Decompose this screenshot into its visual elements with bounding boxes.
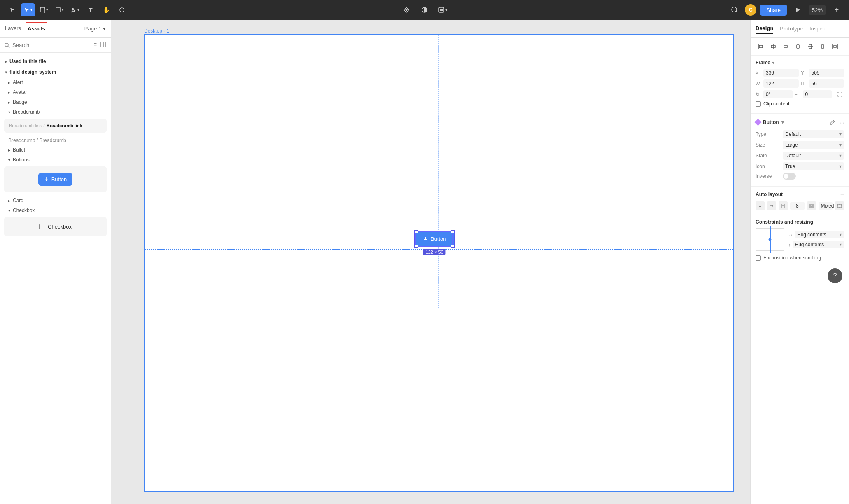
corner-field[interactable]: ⌐ 0 — [795, 90, 832, 98]
section-fluid-design-system[interactable]: ▾ fluid-design-system — [0, 67, 111, 77]
component-tool-btn[interactable] — [399, 3, 414, 16]
al-padding-icon[interactable] — [807, 201, 816, 210]
design-frame[interactable]: Button 122 × 56 — [144, 34, 734, 492]
al-padding-value[interactable]: Mixed — [819, 202, 833, 210]
type-select[interactable]: Default ▾ — [783, 130, 844, 138]
canvas-button-wrapper[interactable]: Button 122 × 56 — [415, 231, 454, 247]
multiplayer-tool-btn[interactable]: ▾ — [435, 3, 450, 16]
checkbox-preview[interactable]: Checkbox — [39, 224, 72, 230]
move-tool-btn[interactable] — [5, 3, 20, 16]
canvas-button-icon — [423, 236, 428, 242]
align-right-btn[interactable] — [780, 41, 791, 52]
zoom-level[interactable]: 52% — [809, 5, 826, 15]
tab-inspect[interactable]: Inspect — [809, 24, 827, 33]
corner-value[interactable]: 0 — [803, 90, 832, 98]
canvas-button[interactable]: Button 122 × 56 — [415, 231, 454, 247]
page-selector[interactable]: Page 1 ▾ — [84, 26, 106, 32]
constraints-section: Constraints and resizing ↔ Hug contents … — [751, 215, 849, 265]
al-gap-icon[interactable] — [779, 201, 788, 210]
align-center-h-btn[interactable] — [768, 41, 779, 52]
tab-prototype[interactable]: Prototype — [780, 24, 803, 33]
fluid-ds-label: fluid-design-system — [9, 69, 56, 75]
frame-tool-btn[interactable]: ▾ — [36, 3, 51, 16]
select-tool-btn[interactable]: ▾ — [21, 3, 35, 16]
share-button[interactable]: Share — [760, 5, 787, 16]
clip-content-checkbox[interactable] — [756, 101, 761, 107]
hug-h-arrow: ▾ — [840, 232, 842, 237]
align-bottom-btn[interactable] — [817, 41, 828, 52]
group-alert[interactable]: ▸ Alert — [0, 77, 111, 87]
align-center-v-btn[interactable] — [805, 41, 816, 52]
handle-top-right[interactable] — [451, 230, 454, 233]
inverse-toggle[interactable] — [783, 173, 796, 180]
breadcrumb-subitem[interactable]: Breadcrumb / Breadcrumb — [0, 136, 111, 145]
hug-h-select[interactable]: Hug contents ▾ — [795, 231, 844, 238]
play-btn[interactable] — [791, 3, 805, 16]
button-preview[interactable]: Button — [38, 173, 73, 186]
svg-point-10 — [72, 9, 73, 10]
fullscreen-icon[interactable] — [836, 90, 844, 98]
comment-tool-btn[interactable] — [114, 3, 129, 16]
search-input[interactable] — [12, 42, 91, 48]
state-select[interactable]: Default ▾ — [783, 152, 844, 160]
contrast-tool-btn[interactable] — [417, 3, 432, 16]
autolayout-controls: 8 Mixed — [756, 201, 844, 210]
xy-row: X 336 Y 505 — [756, 69, 844, 77]
al-direction-down[interactable] — [756, 201, 765, 210]
group-breadcrumb[interactable]: ▾ Breadcrumb — [0, 107, 111, 117]
align-top-btn[interactable] — [793, 41, 803, 52]
alert-label: Alert — [13, 79, 23, 85]
component-more-btn[interactable]: ··· — [840, 119, 844, 126]
handle-bottom-left[interactable] — [415, 245, 418, 248]
x-value[interactable]: 336 — [763, 69, 799, 77]
canvas-area[interactable]: Desktop - 1 Button 122 × 56 — [111, 20, 750, 504]
tab-design[interactable]: Design — [756, 23, 773, 34]
handle-bottom-right[interactable] — [451, 245, 454, 248]
group-buttons[interactable]: ▾ Buttons — [0, 155, 111, 165]
hand-tool-btn[interactable]: ✋ — [99, 3, 114, 16]
autolayout-remove-btn[interactable]: − — [840, 191, 844, 198]
add-btn[interactable]: + — [829, 3, 844, 16]
breadcrumb-path-label: Breadcrumb / Breadcrumb — [8, 138, 66, 143]
component-edit-btn[interactable] — [828, 118, 837, 127]
text-tool-btn[interactable]: T — [83, 3, 98, 16]
badge-label: Badge — [13, 99, 27, 105]
w-field[interactable]: W 122 — [756, 79, 799, 88]
align-left-btn[interactable] — [756, 41, 766, 52]
h-value[interactable]: 56 — [809, 79, 844, 88]
shape-tool-btn[interactable]: ▾ — [52, 3, 67, 16]
handle-top-left[interactable] — [415, 230, 418, 233]
tab-assets[interactable]: Assets — [28, 24, 45, 33]
breadcrumb-preview[interactable]: Breadcrumb link / Breadcrumb link — [4, 119, 107, 133]
component-dropdown-icon[interactable]: ▾ — [781, 120, 784, 125]
hug-v-select[interactable]: Hug contents ▾ — [793, 241, 844, 248]
group-bullet[interactable]: ▸ Bullet — [0, 145, 111, 155]
library-icon[interactable] — [100, 41, 107, 49]
al-more-icon[interactable] — [835, 201, 844, 210]
w-value[interactable]: 122 — [763, 79, 799, 88]
y-field[interactable]: Y 505 — [801, 69, 844, 77]
section-used-in-file[interactable]: ▸ Used in this file — [0, 56, 111, 67]
icon-row: Icon True ▾ — [756, 162, 844, 170]
pen-tool-btn[interactable]: ▾ — [68, 3, 82, 16]
button-preview-container: Button — [4, 166, 107, 192]
headphone-btn[interactable] — [727, 3, 742, 16]
tab-layers[interactable]: Layers — [5, 23, 21, 34]
fix-position-checkbox[interactable] — [756, 255, 761, 261]
al-direction-right[interactable] — [767, 201, 776, 210]
icon-select[interactable]: True ▾ — [783, 162, 844, 170]
h-field[interactable]: H 56 — [801, 79, 844, 88]
y-value[interactable]: 505 — [809, 69, 844, 77]
group-checkbox[interactable]: ▾ Checkbox — [0, 205, 111, 215]
group-badge[interactable]: ▸ Badge — [0, 97, 111, 107]
size-select[interactable]: Large ▾ — [783, 141, 844, 149]
help-button[interactable]: ? — [828, 268, 842, 283]
group-card[interactable]: ▸ Card — [0, 196, 111, 205]
al-gap-value[interactable]: 8 — [790, 202, 805, 210]
list-view-icon[interactable]: ≡ — [93, 41, 97, 49]
group-avatar[interactable]: ▸ Avatar — [0, 87, 111, 97]
rotation-value[interactable]: 0° — [763, 90, 793, 98]
distribute-btn[interactable] — [830, 41, 840, 52]
x-field[interactable]: X 336 — [756, 69, 799, 77]
rotation-field[interactable]: ↻ 0° — [756, 90, 793, 98]
